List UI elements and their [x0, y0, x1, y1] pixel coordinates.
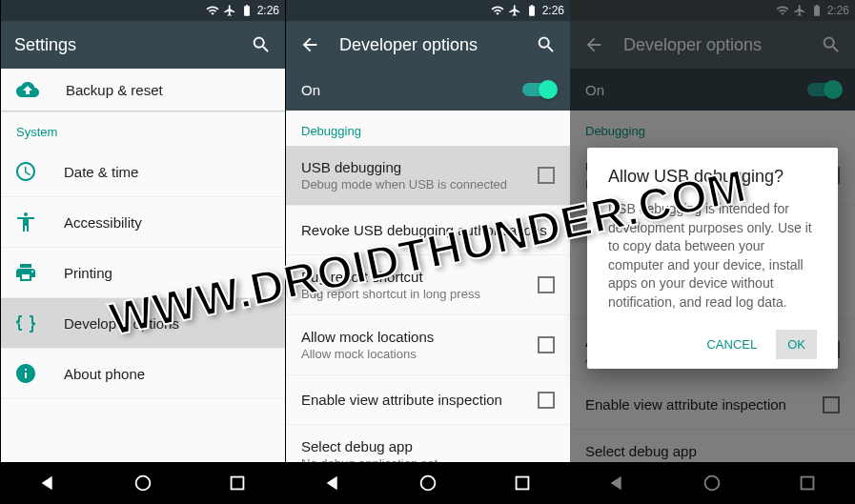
back-icon[interactable] — [38, 473, 59, 494]
section-header-system: System — [1, 111, 285, 147]
page-title: Developer options — [339, 35, 517, 55]
battery-icon — [240, 4, 254, 17]
usb-debugging-dialog: Allow USB debugging? USB debugging is in… — [587, 148, 838, 369]
clock: 2:26 — [257, 4, 279, 17]
list-label: Printing — [64, 265, 270, 281]
back-icon[interactable] — [323, 473, 344, 494]
print-icon — [14, 261, 37, 284]
list-label: Bug report shortcut — [301, 269, 511, 285]
dialog-body: USB debugging is intended for developmen… — [608, 200, 817, 312]
list-label: About phone — [64, 366, 270, 382]
list-item-select-debug[interactable]: Select debug app No debug application se… — [286, 425, 570, 462]
list-sub: Bug report shortcut in long press — [301, 287, 511, 301]
svg-rect-1 — [232, 477, 244, 490]
search-icon[interactable] — [251, 34, 272, 55]
list-label: Accessibility — [64, 214, 270, 231]
ok-button[interactable]: OK — [776, 330, 817, 359]
list-item-printing[interactable]: Printing — [1, 248, 285, 298]
app-bar: Developer options — [286, 21, 570, 69]
svg-point-0 — [136, 476, 151, 491]
toggle-label: On — [301, 82, 320, 98]
cloud-upload-icon — [16, 78, 39, 101]
list-item-about[interactable]: About phone — [1, 349, 285, 399]
phone-dialog: 2:26 Developer options On Debugging USB … — [570, 0, 855, 504]
info-icon — [14, 362, 37, 385]
braces-icon — [14, 312, 37, 334]
list-sub: Debug mode when USB is connected — [301, 177, 511, 192]
accessibility-icon — [14, 211, 37, 233]
checkbox[interactable] — [538, 336, 555, 353]
settings-list: Backup & reset System Date & time Access… — [1, 69, 285, 462]
list-item-usb-debugging[interactable]: USB debugging Debug mode when USB is con… — [286, 146, 570, 206]
checkbox[interactable] — [538, 276, 555, 293]
list-label: Enable view attribute inspection — [301, 392, 511, 408]
list-label: Revoke USB debugging authorizations — [301, 222, 555, 238]
nav-bar — [1, 462, 285, 504]
list-label: Allow mock locations — [301, 329, 511, 345]
phone-developer-options: 2:26 Developer options On Debugging USB … — [285, 0, 570, 504]
checkbox[interactable] — [538, 167, 555, 184]
status-bar: 2:26 — [1, 0, 285, 21]
dialog-actions: CANCEL OK — [608, 330, 817, 359]
list-label: Date & time — [64, 164, 270, 180]
recent-icon[interactable] — [512, 473, 533, 494]
list-item-revoke[interactable]: Revoke USB debugging authorizations — [286, 206, 570, 255]
clock-icon — [14, 160, 37, 183]
wifi-icon — [491, 4, 504, 17]
list-item-backup[interactable]: Backup & reset — [1, 69, 285, 111]
list-sub: Allow mock locations — [301, 347, 511, 361]
wifi-icon — [206, 4, 219, 17]
list-item-datetime[interactable]: Date & time — [1, 147, 285, 197]
home-icon[interactable] — [132, 473, 153, 494]
airplane-icon — [223, 4, 236, 17]
cancel-button[interactable]: CANCEL — [695, 330, 768, 359]
status-bar: 2:26 — [286, 0, 570, 21]
list-item-mock[interactable]: Allow mock locations Allow mock location… — [286, 315, 570, 375]
dialog-title: Allow USB debugging? — [608, 167, 817, 187]
svg-point-2 — [421, 476, 436, 491]
search-icon[interactable] — [536, 34, 557, 55]
list-item-accessibility[interactable]: Accessibility — [1, 197, 285, 248]
list-label: Developer options — [64, 315, 270, 332]
back-arrow-icon[interactable] — [299, 34, 320, 55]
app-bar: Settings — [1, 21, 285, 69]
battery-icon — [525, 4, 539, 17]
list-label: Select debug app — [301, 438, 555, 454]
checkbox[interactable] — [538, 392, 555, 409]
home-icon[interactable] — [417, 473, 438, 494]
list-label: USB debugging — [301, 159, 511, 175]
svg-rect-3 — [517, 477, 529, 490]
toggle-switch[interactable] — [522, 83, 555, 96]
airplane-icon — [508, 4, 521, 17]
phone-settings: 2:26 Settings Backup & reset System Date… — [0, 0, 285, 504]
list-label: Backup & reset — [66, 82, 163, 98]
list-item-bugreport[interactable]: Bug report shortcut Bug report shortcut … — [286, 255, 570, 315]
list-item-developer[interactable]: Developer options — [1, 298, 285, 349]
page-title: Settings — [14, 35, 232, 55]
section-header-debugging: Debugging — [286, 111, 570, 146]
master-toggle-row[interactable]: On — [286, 69, 570, 111]
list-item-view-attr[interactable]: Enable view attribute inspection — [286, 375, 570, 425]
clock: 2:26 — [542, 4, 564, 17]
nav-bar — [286, 462, 570, 504]
developer-list: Debugging USB debugging Debug mode when … — [286, 111, 570, 462]
recent-icon[interactable] — [227, 473, 248, 494]
